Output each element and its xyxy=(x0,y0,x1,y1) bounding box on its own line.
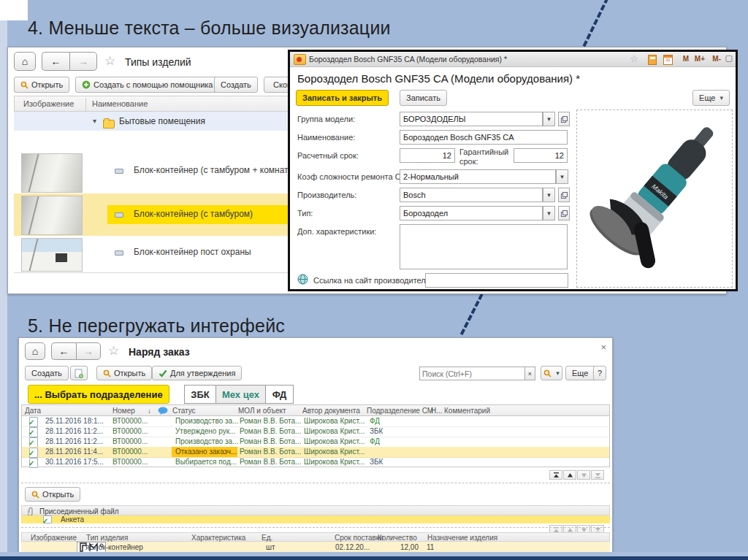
chevron-down-icon: ▾ xyxy=(547,115,551,123)
zoom-out-button[interactable]: M- xyxy=(712,55,721,63)
save-button[interactable]: Записать xyxy=(400,90,447,106)
orders-table: Дата Номер ↓ Статус МОЛ и объект Автор д… xyxy=(21,404,610,467)
go-last-button[interactable] xyxy=(591,470,604,480)
calculator-icon[interactable] xyxy=(648,55,657,65)
group-field[interactable]: БОРОЗДОДЕЛЫ xyxy=(400,112,543,126)
col-due-date[interactable]: Срок поставки xyxy=(335,534,383,542)
col-department[interactable]: Подразделение СМ xyxy=(367,407,433,415)
window-box-icon[interactable]: ▢ xyxy=(725,53,733,63)
col-type[interactable]: Тип изделия xyxy=(86,534,128,542)
go-last-icon xyxy=(595,472,601,478)
type-dropdown-button[interactable]: ▾ xyxy=(543,206,555,220)
tab-mech-tseh[interactable]: Мех цех xyxy=(216,385,266,404)
favorite-star-icon[interactable]: ☆ xyxy=(108,345,119,357)
tab-fd[interactable]: ФД xyxy=(266,385,294,404)
item-type: яБлок-контейнер xyxy=(85,543,143,551)
complexity-dropdown-button[interactable]: ▾ xyxy=(556,169,568,184)
order-row-selected[interactable]: 28.11.2016 11:4... ВТ00000... Отказано з… xyxy=(22,447,609,458)
manufacturer-field[interactable]: Bosch xyxy=(400,188,543,202)
go-up-button[interactable] xyxy=(563,470,576,480)
zoom-in-button[interactable]: M+ xyxy=(695,55,705,63)
forward-button[interactable]: → xyxy=(76,342,101,360)
open-button-label: Открыть xyxy=(114,369,145,377)
open-button[interactable]: Открыть xyxy=(96,366,152,380)
col-image[interactable]: Изображение xyxy=(31,534,77,542)
group-dropdown-button[interactable]: ▾ xyxy=(543,112,555,126)
search-clear-button[interactable]: × xyxy=(524,367,535,380)
tab-zbk[interactable]: ЗБК xyxy=(184,385,216,404)
product-image-box[interactable]: Makita xyxy=(576,110,733,288)
col-unit[interactable]: Ед. xyxy=(262,534,272,542)
row-name[interactable]: Блок-контейнер (с тамбуром + комната) xyxy=(134,165,296,175)
comment-bubble-icon[interactable] xyxy=(158,407,168,415)
back-button[interactable]: ← xyxy=(42,52,69,71)
col-status[interactable]: Статус xyxy=(172,407,196,415)
col-author[interactable]: Автор документа xyxy=(302,407,360,415)
col-quantity[interactable]: Количество xyxy=(378,534,417,542)
select-department-button[interactable]: ... Выбрать подразделение xyxy=(28,385,169,404)
search-input[interactable] xyxy=(419,367,526,380)
type-field[interactable]: Бороздодел xyxy=(400,206,543,220)
copy-document-button[interactable] xyxy=(70,366,88,380)
slide-point-5-title: 5. Не перегружать интерфейс xyxy=(28,315,285,337)
col-characteristic[interactable]: Характеристика xyxy=(191,534,245,542)
home-button[interactable]: ⌂ xyxy=(14,52,36,71)
col-mol[interactable]: МОЛ и объект xyxy=(238,407,286,415)
order-row[interactable]: 28.11.2016 11:2... ВТ00000... Производст… xyxy=(22,437,609,448)
row-name[interactable]: Блок-контейнер (с тамбуром) xyxy=(134,209,253,219)
folder-icon xyxy=(103,120,115,129)
go-first-button[interactable] xyxy=(549,470,562,480)
col-name-header[interactable]: Наименование xyxy=(92,99,148,108)
search-options-button[interactable]: ▾ xyxy=(541,366,562,380)
forward-button[interactable]: → xyxy=(69,52,97,71)
close-icon[interactable]: × xyxy=(600,342,606,353)
name-field[interactable]: Бороздодел Bosch GNF35 CA xyxy=(400,130,568,145)
item-row[interactable]: яБлок-контейнер шт 02.12.20... 12,00 11 xyxy=(21,542,610,553)
col-n[interactable]: Н... xyxy=(431,407,443,415)
folder-name[interactable]: Бытовые помещения xyxy=(119,116,205,126)
col-date[interactable]: Дата xyxy=(25,407,41,415)
type-open-link-button[interactable] xyxy=(558,206,570,220)
tree-expander-icon[interactable]: ▾ xyxy=(93,118,96,125)
order-row[interactable]: 30.11.2016 17:5... ВТ00000... Выбирается… xyxy=(22,457,609,467)
manufacturer-dropdown-button[interactable]: ▾ xyxy=(543,188,555,202)
col-comment[interactable]: Комментарий xyxy=(444,407,490,415)
help-button[interactable]: ? xyxy=(593,366,606,380)
create-button[interactable]: Создать xyxy=(25,366,69,380)
create-with-assistant-button[interactable]: Создать с помощью помощника xyxy=(75,77,219,93)
row-name[interactable]: Блок-контейнер пост охраны xyxy=(134,247,251,257)
back-button[interactable]: ← xyxy=(51,342,76,360)
search-icon xyxy=(103,369,111,377)
manufacturer-site-field[interactable] xyxy=(425,273,568,288)
open-button[interactable]: Открыть xyxy=(14,77,69,93)
save-and-close-button[interactable]: Записать и закрыть xyxy=(296,90,389,106)
col-number[interactable]: Номер xyxy=(112,407,135,415)
create-button[interactable]: Создать xyxy=(214,77,258,93)
col-image-header[interactable]: Изображение xyxy=(23,99,74,108)
attachment-row-selected[interactable]: Анкета xyxy=(21,515,610,523)
extra-characteristics-textarea[interactable] xyxy=(400,224,568,269)
zoom-normal-button[interactable]: M xyxy=(683,55,689,63)
order-row[interactable]: 25.11.2016 18:1... ВТ00000... Производст… xyxy=(22,416,609,427)
open-attachment-button[interactable]: Открыть xyxy=(25,487,80,502)
manufacturer-open-link-button[interactable] xyxy=(558,188,570,202)
warranty-field[interactable]: 12 xyxy=(514,148,568,163)
order-number: ВТ00000... xyxy=(112,458,148,466)
go-down-button[interactable] xyxy=(577,470,590,480)
group-open-link-button[interactable] xyxy=(558,112,570,126)
home-button[interactable]: ⌂ xyxy=(25,342,45,360)
dialog-more-button[interactable]: Еще▾ xyxy=(692,90,730,106)
angle-grinder-image: Makita xyxy=(577,110,730,285)
item-dash-icon xyxy=(115,250,123,256)
open-link-icon xyxy=(561,192,568,199)
for-approval-button[interactable]: Для утверждения xyxy=(152,366,242,380)
favorite-star-icon[interactable]: ☆ xyxy=(104,55,115,67)
sort-descending-icon[interactable]: ↓ xyxy=(148,407,151,415)
titlebar-star-icon[interactable]: ☆ xyxy=(630,54,638,64)
complexity-field[interactable]: 2-Нормальный xyxy=(400,169,556,184)
order-row[interactable]: 28.11.2016 11:2... ВТ00000... Утверждено… xyxy=(22,426,609,437)
calc-term-field[interactable]: 12 xyxy=(400,148,455,163)
calendar-icon[interactable]: 31 xyxy=(663,55,673,65)
col-purpose[interactable]: Назначение изделия xyxy=(427,534,497,542)
dialog-titlebar[interactable]: Бороздодел Bosch GNF35 CA (Модели оборуд… xyxy=(290,52,736,67)
